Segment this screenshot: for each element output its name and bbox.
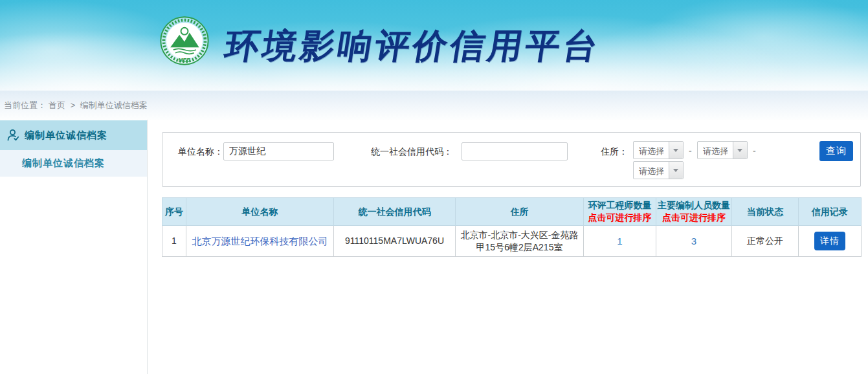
unit-name-input[interactable] — [223, 142, 334, 160]
staff-count-link[interactable]: 3 — [691, 236, 696, 247]
breadcrumb-current: 编制单位诚信档案 — [80, 100, 148, 110]
sidebar-item-unit-credit-archive[interactable]: 编制单位诚信档案 — [0, 120, 147, 150]
chevron-down-icon[interactable] — [733, 142, 747, 159]
breadcrumb-home-link[interactable]: 首页 — [49, 100, 65, 110]
breadcrumb-separator: > — [71, 100, 76, 110]
unit-name-link[interactable]: 北京万源世纪环保科技有限公司 — [192, 236, 328, 247]
address-province-select[interactable]: 请选择 — [633, 141, 684, 159]
sidebar-subitem-label: 编制单位诚信档案 — [22, 157, 105, 170]
breadcrumb: 当前位置：首页 > 编制单位诚信档案 — [0, 91, 868, 120]
unit-name-label: 单位名称： — [178, 146, 223, 158]
chevron-down-icon[interactable] — [669, 162, 683, 179]
result-table: 序号 单位名称 统一社会信用代码 住所 环评工程师数量 点击可进行排序 主要编制… — [162, 197, 862, 257]
query-button[interactable]: 查询 — [819, 141, 853, 161]
select-value: 请选择 — [639, 166, 664, 177]
mee-logo-icon: MEE — [159, 16, 210, 66]
table-header-row: 序号 单位名称 统一社会信用代码 住所 环评工程师数量 点击可进行排序 主要编制… — [162, 198, 862, 226]
address-line-1: 北京市-北京市-大兴区-金苑路 — [461, 230, 579, 240]
address-label: 住所： — [601, 146, 628, 158]
col-header-engineer-count-label: 环评工程师数量 — [588, 200, 652, 210]
sidebar-divider — [147, 120, 148, 374]
cell-credit-code: 91110115MA7LWUA76U — [334, 226, 456, 257]
engineer-count-link[interactable]: 1 — [617, 236, 622, 247]
sidebar-subitem-unit-credit-archive[interactable]: 编制单位诚信档案 — [0, 150, 147, 177]
credit-code-label: 统一社会信用代码： — [371, 146, 452, 158]
search-panel: 单位名称： 统一社会信用代码： 住所： 请选择 - 请选择 - 请选择 查询 — [162, 132, 861, 187]
user-check-icon — [6, 128, 20, 142]
table-row: 1 北京万源世纪环保科技有限公司 91110115MA7LWUA76U 北京市-… — [162, 226, 862, 257]
sort-hint: 点击可进行排序 — [585, 212, 654, 224]
cell-status: 正常公开 — [732, 226, 799, 257]
detail-button[interactable]: 详情 — [814, 232, 845, 250]
mee-logo-text: MEE — [179, 57, 191, 63]
select-value: 请选择 — [703, 146, 728, 157]
col-header-address: 住所 — [456, 198, 584, 226]
col-header-status: 当前状态 — [732, 198, 799, 226]
col-header-staff-count-label: 主要编制人员数量 — [658, 200, 730, 210]
breadcrumb-prefix: 当前位置： — [4, 100, 46, 110]
address-district-select[interactable]: 请选择 — [633, 161, 684, 179]
sidebar: 编制单位诚信档案 编制单位诚信档案 — [0, 120, 147, 374]
chevron-down-icon[interactable] — [669, 142, 683, 159]
page: MEE 环境影响评价信用平台 当前位置：首页 > 编制单位诚信档案 编制单位诚信… — [0, 0, 868, 374]
col-header-unit-name: 单位名称 — [186, 198, 334, 226]
col-header-index: 序号 — [162, 198, 186, 226]
site-title: 环境影响评价信用平台 — [222, 26, 604, 66]
site-banner: MEE 环境影响评价信用平台 — [0, 0, 868, 91]
cell-index: 1 — [162, 226, 186, 257]
address-dash-2: - — [753, 146, 756, 156]
col-header-engineer-count-sortable[interactable]: 环评工程师数量 点击可进行排序 — [584, 198, 656, 226]
sort-hint: 点击可进行排序 — [658, 212, 730, 224]
address-line-2: 甲15号6幢2层A215室 — [476, 242, 563, 252]
credit-code-input[interactable] — [462, 142, 568, 160]
address-dash-1: - — [689, 146, 692, 156]
col-header-credit-code: 统一社会信用代码 — [334, 198, 456, 226]
address-city-select[interactable]: 请选择 — [697, 141, 748, 159]
select-value: 请选择 — [639, 146, 664, 157]
cell-address: 北京市-北京市-大兴区-金苑路 甲15号6幢2层A215室 — [456, 226, 584, 257]
sidebar-item-label: 编制单位诚信档案 — [25, 129, 107, 142]
col-header-credit-record: 信用记录 — [799, 198, 862, 226]
col-header-staff-count-sortable[interactable]: 主要编制人员数量 点击可进行排序 — [656, 198, 732, 226]
